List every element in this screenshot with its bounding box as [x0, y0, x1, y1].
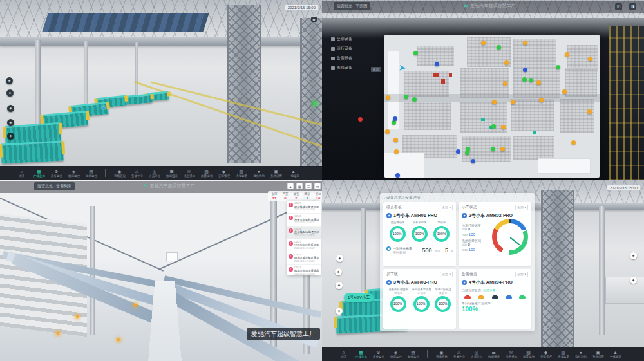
device-status-dot[interactable]: [481, 41, 486, 45]
alarm-tool-button[interactable]: ▲: [287, 183, 294, 189]
card-filter-select[interactable]: 全部 ▾: [515, 272, 528, 277]
device-status-dot[interactable]: [523, 68, 527, 72]
legend-row[interactable]: 离线设备: [331, 65, 352, 71]
device-status-dot[interactable]: [529, 78, 533, 82]
alarm-summary-column[interactable]: 警告 2: [292, 192, 301, 200]
device-status-dot[interactable]: [562, 89, 567, 94]
view-label-pill[interactable]: 运营总览 · 平面图: [334, 2, 370, 10]
device-status-dot[interactable]: [536, 80, 541, 85]
toolbar-item[interactable]: ☰ 数据报表: [485, 350, 502, 358]
car-icon[interactable]: [492, 296, 498, 299]
alarm-list-panel[interactable]: ! C1607 焊装线体设备通讯异常 2021-02-16 15:42:08 !…: [287, 201, 321, 275]
toolbar-item[interactable]: ▦ 产线总览: [30, 169, 48, 178]
toolbar-item[interactable]: ▲ 一键返回: [285, 169, 302, 178]
toolbar-item[interactable]: ● 远程协助: [250, 169, 267, 178]
device-status-dot[interactable]: [392, 120, 396, 125]
toolbar-item[interactable]: ✉ 消息通知: [180, 169, 198, 178]
toolbar-item[interactable]: ◈ 物流监控: [65, 169, 82, 178]
alarm-tool-button[interactable]: ✉: [314, 183, 321, 189]
card-filter-select[interactable]: 全部 ▾: [440, 272, 453, 277]
car-icon[interactable]: [464, 296, 471, 299]
device-status-dot[interactable]: [465, 151, 469, 155]
card-filter-select[interactable]: 全部 ▾: [515, 205, 528, 210]
poi-circle[interactable]: ◈: [336, 255, 343, 262]
device-status-dot[interactable]: [571, 140, 576, 145]
poi-circle[interactable]: ◈: [335, 268, 342, 275]
device-status-dot[interactable]: [523, 41, 527, 45]
alarm-list-item[interactable]: ! C1607 焊装线体设备通讯异常 2021-02-16 15:42:08: [287, 201, 321, 214]
alarm-tool-button[interactable]: ☰: [305, 183, 312, 189]
poi-circle[interactable]: ◈: [336, 308, 343, 315]
layers-button[interactable]: ◨: [629, 3, 636, 10]
device-status-dot[interactable]: [556, 65, 560, 69]
toolbar-item[interactable]: ▥ 环境监测: [554, 350, 572, 358]
toolbar-item[interactable]: ▲ 一键返回: [607, 350, 624, 358]
alarm-tool-button[interactable]: ▦: [296, 183, 303, 189]
view-label-pill[interactable]: 运营总览 · 告警列表: [34, 182, 75, 190]
legend-row[interactable]: 运行设备: [331, 46, 352, 51]
alarm-list-item[interactable]: ! C1621 冲压车间压机振动异常 2021-02-16 15:35:47: [287, 239, 321, 252]
factory-floor-map[interactable]: ➤: [384, 35, 600, 178]
device-status-dot[interactable]: [413, 51, 418, 55]
device-status-dot[interactable]: [395, 173, 400, 178]
device-status-dot[interactable]: [412, 97, 417, 102]
device-status-dot[interactable]: [522, 77, 527, 82]
device-status-dot[interactable]: [393, 116, 397, 121]
car-icon[interactable]: [478, 296, 484, 299]
poi-circle[interactable]: ◈: [630, 277, 637, 284]
poi-marker[interactable]: ◈: [7, 105, 14, 112]
device-status-dot[interactable]: [588, 57, 592, 61]
device-status-dot[interactable]: [492, 100, 497, 104]
toolbar-item[interactable]: ◎ 人员定位: [146, 169, 163, 178]
toolbar-item[interactable]: ◉ 视频巡检: [433, 350, 450, 358]
poi-marker[interactable]: ◈: [7, 133, 14, 140]
breadcrumb[interactable]: ‹ 设备总览 / 设备详情: [384, 195, 421, 201]
toolbar-item[interactable]: ● 远程协助: [572, 350, 589, 358]
toolbar-item[interactable]: ✉ 消息通知: [502, 350, 520, 358]
poi-circle[interactable]: ◈: [336, 282, 343, 289]
camera-icon[interactable]: ◉: [311, 17, 317, 22]
toolbar-item[interactable]: ▣ 系统设置: [267, 169, 285, 178]
collapse-button[interactable]: 收起: [371, 67, 381, 72]
car-icon[interactable]: [506, 296, 512, 299]
poi-marker[interactable]: ◈: [6, 77, 13, 84]
toolbar-item[interactable]: ◎ 人员定位: [468, 350, 485, 358]
toolbar-item[interactable]: ⚙ 设备监控: [370, 350, 387, 358]
device-status-dot[interactable]: [491, 124, 496, 129]
device-status-dot[interactable]: [471, 159, 475, 163]
device-status-dot[interactable]: [565, 52, 569, 57]
toolbar-item[interactable]: ▤ 能耗监控: [82, 169, 100, 178]
legend-row[interactable]: 全部设备: [331, 36, 352, 42]
device-status-dot[interactable]: [491, 147, 495, 151]
toolbar-item[interactable]: ☰ 数据报表: [163, 169, 180, 178]
toolbar-item[interactable]: ▧ 质量追溯: [520, 350, 537, 358]
poi-marker[interactable]: ◈: [7, 119, 14, 126]
device-status-dot[interactable]: [539, 98, 544, 102]
toolbar-item[interactable]: ⚠ 告警中心: [128, 169, 146, 178]
toolbar-item[interactable]: ⌂ 首页: [335, 350, 352, 358]
legend-row[interactable]: 告警设备: [331, 55, 352, 61]
alarm-list-item[interactable]: ! C1623 物流区输送链速度异常 2021-02-16 15:33:12: [287, 252, 321, 265]
fullscreen-button[interactable]: ◱: [615, 3, 622, 10]
device-status-dot[interactable]: [500, 147, 505, 151]
device-status-dot[interactable]: [587, 109, 592, 114]
card-filter-select[interactable]: 全部 ▾: [440, 205, 453, 210]
toolbar-item[interactable]: ⚠ 告警中心: [450, 350, 468, 358]
device-status-dot[interactable]: [393, 138, 398, 142]
toolbar-item[interactable]: ▥ 环境监测: [232, 169, 250, 178]
alarm-summary-column[interactable]: 提示 1: [303, 192, 312, 200]
toolbar-item[interactable]: ▤ 能耗监控: [404, 350, 422, 358]
device-status-dot[interactable]: [504, 60, 509, 65]
poi-marker[interactable]: ◈: [6, 89, 14, 97]
device-status-dot[interactable]: [503, 81, 507, 86]
car-icon[interactable]: [519, 296, 526, 299]
device-status-dot[interactable]: [386, 95, 390, 100]
device-status-dot[interactable]: [456, 149, 460, 154]
toolbar-item[interactable]: ⚙ 设备监控: [48, 169, 65, 178]
device-status-dot[interactable]: [394, 149, 399, 154]
alarm-list-item[interactable]: ! C1618 总装线AGV电量不足告警 2021-02-16 15:38:05: [287, 227, 321, 239]
alarm-summary-column[interactable]: 严重 8: [281, 192, 290, 200]
device-status-dot[interactable]: [511, 100, 515, 104]
alarm-list-item[interactable]: ! C1612 涂装车间风机温度过高 2021-02-16 15:40:21: [287, 214, 321, 227]
device-status-dot[interactable]: [404, 95, 408, 99]
